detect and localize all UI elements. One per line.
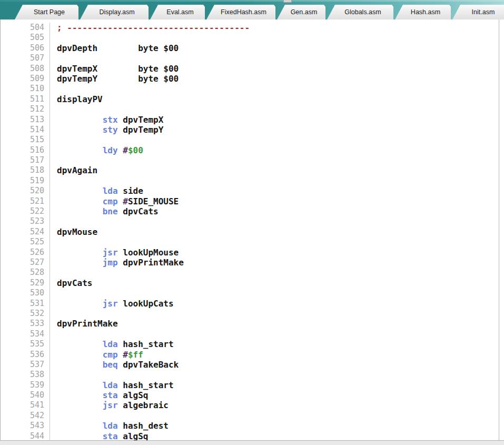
code-token bbox=[118, 196, 123, 206]
gutter-separator bbox=[50, 248, 57, 258]
code-text[interactable]: ldy #$00 bbox=[57, 145, 143, 155]
code-text[interactable]: beq dpvTakeBack bbox=[57, 360, 179, 370]
gutter-separator bbox=[50, 33, 57, 43]
code-editor-window: Start PageDisplay.asmEval.asmFixedHash.a… bbox=[0, 0, 504, 445]
code-token: dpvAgain bbox=[57, 165, 97, 175]
line-number: 514 bbox=[1, 125, 44, 135]
code-token bbox=[57, 258, 103, 268]
code-text[interactable]: dpvPrintMake bbox=[57, 319, 118, 329]
gutter-separator bbox=[50, 43, 57, 53]
code-token bbox=[57, 421, 103, 431]
code-text[interactable]: ; ------------------------------------ bbox=[57, 23, 250, 33]
code-text[interactable]: dpvTempX byte $00 bbox=[57, 64, 179, 74]
code-token bbox=[118, 145, 123, 155]
code-text[interactable]: dpvDepth byte $00 bbox=[57, 43, 179, 53]
code-line: 539 lda hash_start bbox=[1, 380, 499, 390]
line-number: 520 bbox=[1, 186, 44, 196]
code-token bbox=[57, 350, 103, 360]
line-number: 519 bbox=[1, 176, 44, 186]
code-text[interactable]: lda hash_start bbox=[57, 380, 174, 390]
editor-pane[interactable]: 504; -----------------------------------… bbox=[0, 19, 499, 440]
tab-display-asm[interactable]: Display.asm bbox=[80, 5, 149, 19]
gutter-separator bbox=[50, 104, 57, 114]
gutter-separator bbox=[50, 380, 57, 390]
gutter-separator bbox=[50, 74, 57, 84]
code-token bbox=[57, 299, 103, 309]
code-text[interactable]: cmp #SIDE_MOUSE bbox=[57, 196, 179, 206]
gutter-separator bbox=[50, 84, 57, 94]
code-text[interactable]: sta algSq bbox=[57, 431, 148, 440]
code-line: 523 bbox=[1, 216, 499, 226]
code-line: 520 lda side bbox=[1, 186, 499, 196]
line-number: 505 bbox=[1, 33, 44, 43]
line-number: 517 bbox=[1, 155, 44, 165]
line-number: 515 bbox=[1, 135, 44, 145]
gutter-separator bbox=[50, 319, 57, 329]
line-number: 510 bbox=[1, 84, 44, 94]
code-text[interactable]: cmp #$ff bbox=[57, 350, 143, 360]
code-text[interactable]: sty dpvTempY bbox=[57, 125, 163, 135]
code-text[interactable]: bne dpvCats bbox=[57, 206, 159, 216]
line-number: 543 bbox=[1, 421, 44, 431]
code-text[interactable]: lda hash_dest bbox=[57, 421, 169, 431]
gutter-separator bbox=[50, 339, 57, 349]
tab-hash-asm[interactable]: Hash.asm bbox=[395, 5, 451, 19]
code-text[interactable]: jsr algebraic bbox=[57, 400, 169, 410]
tab-gen-asm[interactable]: Gen.asm bbox=[277, 5, 325, 19]
code-line: 534 bbox=[1, 329, 499, 339]
code-line: 529dpvCats bbox=[1, 278, 499, 288]
code-text[interactable]: sta algSq bbox=[57, 390, 148, 400]
line-number: 544 bbox=[1, 431, 44, 440]
mnemonic-token: cmp bbox=[103, 350, 118, 360]
mnemonic-token: sty bbox=[103, 125, 118, 135]
code-line: 525 bbox=[1, 237, 499, 247]
gutter-separator bbox=[50, 329, 57, 339]
mnemonic-token: jsr bbox=[103, 299, 118, 309]
code-text[interactable]: stx dpvTempX bbox=[57, 115, 163, 125]
tab-globals-asm[interactable]: Globals.asm bbox=[327, 5, 393, 19]
tab-init-asm[interactable]: Init.asm bbox=[452, 5, 504, 19]
code-text[interactable]: dpvAgain bbox=[57, 165, 97, 175]
code-text[interactable]: dpvMouse bbox=[57, 227, 97, 237]
code-line: 533dpvPrintMake bbox=[1, 319, 499, 329]
code-line: 504; -----------------------------------… bbox=[1, 23, 499, 33]
immediate-hash-token: # bbox=[123, 196, 128, 206]
code-text[interactable]: jmp dpvPrintMake bbox=[57, 258, 184, 268]
code-line: 522 bne dpvCats bbox=[1, 206, 499, 216]
line-number: 531 bbox=[1, 299, 44, 309]
code-text[interactable]: lda hash_start bbox=[57, 339, 174, 349]
gutter-separator bbox=[50, 360, 57, 370]
gutter-separator bbox=[50, 94, 57, 104]
gutter-separator bbox=[50, 431, 57, 440]
horizontal-scrollbar[interactable] bbox=[0, 440, 504, 445]
mnemonic-token: jsr bbox=[103, 400, 118, 410]
code-token bbox=[57, 145, 103, 155]
code-token: algSq bbox=[118, 431, 149, 440]
tab-start-page[interactable]: Start Page bbox=[15, 5, 78, 19]
code-line: 540 sta algSq bbox=[1, 390, 499, 400]
mnemonic-token: jsr bbox=[103, 248, 118, 258]
code-text[interactable]: jsr lookUpCats bbox=[57, 299, 174, 309]
tab-fixedhash-asm[interactable]: FixedHash.asm bbox=[206, 5, 275, 19]
immediate-hash-token: # bbox=[123, 350, 128, 360]
tab-label: Display.asm bbox=[99, 8, 134, 16]
code-text[interactable]: dpvCats bbox=[57, 278, 92, 288]
line-number: 540 bbox=[1, 390, 44, 400]
code-text[interactable]: lda side bbox=[57, 186, 143, 196]
code-text[interactable]: displayPV bbox=[57, 94, 103, 104]
tab-eval-asm[interactable]: Eval.asm bbox=[150, 5, 205, 19]
line-number: 534 bbox=[1, 329, 44, 339]
editor-right-border bbox=[499, 19, 499, 440]
code-token: dpvCats bbox=[118, 206, 159, 216]
mnemonic-token: lda bbox=[103, 186, 118, 196]
code-token: dpvTempY bbox=[118, 125, 164, 135]
code-token bbox=[57, 431, 103, 440]
mnemonic-token: ldy bbox=[103, 145, 118, 155]
code-text[interactable]: jsr lookUpMouse bbox=[57, 248, 179, 258]
code-line: 509dpvTempY byte $00 bbox=[1, 74, 499, 84]
tab-strip: Start PageDisplay.asmEval.asmFixedHash.a… bbox=[15, 5, 504, 19]
code-token: dpvTakeBack bbox=[118, 360, 179, 370]
code-text[interactable]: dpvTempY byte $00 bbox=[57, 74, 179, 84]
gutter-separator bbox=[50, 258, 57, 268]
tab-label: FixedHash.asm bbox=[221, 8, 266, 16]
